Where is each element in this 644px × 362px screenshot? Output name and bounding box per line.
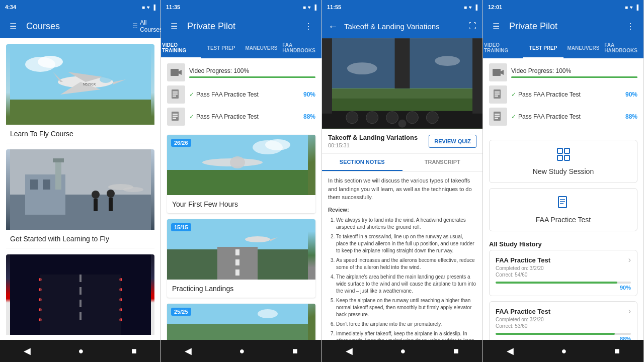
lesson-title-2: Practicing Landings <box>167 280 315 298</box>
lesson-card-3[interactable]: 25/25 <box>167 304 315 340</box>
tab-test-prep-4[interactable]: TEST PREP <box>523 38 564 58</box>
back-nav-4[interactable]: ◀ <box>503 341 518 360</box>
history-header-2: FAA Practice Test › <box>496 307 631 316</box>
review-item-5: Keep the airplane on the runway until re… <box>336 297 476 318</box>
app-bar-1: ☰ Courses ☴ All Courses <box>0 14 160 38</box>
grid-icon <box>556 147 571 164</box>
tab-maneuvers-2[interactable]: MANEUVERS <box>242 38 282 58</box>
progress-faa1-info: ✓Pass FAA Practice Test 90% <box>189 91 315 98</box>
video-icon <box>170 67 182 77</box>
square-nav-2[interactable]: ■ <box>288 342 302 360</box>
faa-practice-label: FAA Practice Test <box>536 216 591 224</box>
status-bar-3: 11:55 ■ ♥ ▐ <box>322 0 482 14</box>
bottom-nav-4: ◀ ● ■ <box>483 340 643 362</box>
history-fill-1 <box>496 282 617 284</box>
lesson-card-2[interactable]: 15/15 Practicing Landings <box>167 219 315 298</box>
signal-icon-3: ♥ <box>469 5 472 10</box>
plane-svg: N5290X <box>10 44 151 125</box>
square-nav-4[interactable]: ■ <box>610 342 624 360</box>
home-nav-4[interactable]: ● <box>557 342 571 360</box>
faa1-label: Pass FAA Practice Test <box>196 91 259 98</box>
menu-icon[interactable]: ☰ <box>6 19 20 33</box>
video-thumb <box>167 63 185 81</box>
history-pct-2: 88% <box>496 336 631 340</box>
tab-maneuvers-4[interactable]: MANEUVERS <box>564 38 604 58</box>
battery-icon-2: ▐ <box>313 5 316 10</box>
svg-rect-93 <box>557 148 562 153</box>
time-2: 11:35 <box>166 4 180 10</box>
svg-point-76 <box>426 112 438 124</box>
more-icon-2[interactable]: ⋮ <box>301 19 315 33</box>
tab-faa-handbooks-2[interactable]: FAA HANDBOOKS <box>281 38 321 58</box>
tab-video-training-4[interactable]: VIDEO TRAINING <box>483 38 523 58</box>
svg-point-82 <box>435 56 460 66</box>
svg-rect-17 <box>53 158 64 162</box>
square-nav-1[interactable]: ■ <box>127 342 141 360</box>
battery-icon-3: ▐ <box>474 5 477 10</box>
menu-icon-2[interactable]: ☰ <box>167 19 181 33</box>
lesson-img-3: 25/25 <box>167 304 315 340</box>
back-btn-3[interactable]: ← <box>328 21 338 32</box>
video-icon-4 <box>492 67 504 77</box>
tab-transcript[interactable]: TRANSCRIPT <box>403 154 483 171</box>
video-area <box>322 38 482 129</box>
grid-svg <box>556 147 571 161</box>
svg-text:N5290X: N5290X <box>83 82 96 86</box>
progress-fill-4 <box>511 76 637 78</box>
test-prep-content: Video Progress: 100% <box>483 58 643 340</box>
tab-section-notes[interactable]: SECTION NOTES <box>322 154 403 171</box>
fullscreen-icon[interactable]: ⛶ <box>468 22 476 31</box>
time-3: 11:55 <box>327 4 341 10</box>
history-item-1[interactable]: FAA Practice Test › Completed on: 3/2/20… <box>489 250 637 296</box>
history-meta2-2: Correct: 53/60 <box>496 323 631 329</box>
svg-rect-44 <box>173 94 178 95</box>
review-item-1: We always try to land into the wind. A h… <box>336 217 476 231</box>
progress-faa2-4: ✓Pass FAA Practice Test 88% <box>489 108 637 126</box>
tab-faa-handbooks-4[interactable]: FAA HANDBOOKS <box>603 38 643 58</box>
status-bar-2: 11:35 ■ ♥ ▐ <box>161 0 321 14</box>
home-nav-3[interactable]: ● <box>396 342 410 360</box>
lesson-card-1[interactable]: 26/26 Your First Few Hours <box>167 135 315 213</box>
back-nav-2[interactable]: ◀ <box>181 341 196 360</box>
review-label: Review: <box>328 206 476 214</box>
history-meta1-2: Completed on: 3/2/20 <box>496 317 631 322</box>
svg-rect-47 <box>173 114 178 115</box>
badge-1: 26/26 <box>171 139 191 147</box>
square-nav-3[interactable]: ■ <box>449 342 463 360</box>
new-study-session-card[interactable]: New Study Session <box>489 140 637 183</box>
review-item-4: The airplane's area behind the main land… <box>336 274 476 295</box>
course-card-3[interactable] <box>6 254 154 335</box>
doc-icon-2 <box>170 111 182 123</box>
home-nav-1[interactable]: ● <box>74 342 88 360</box>
faa-practice-test-card[interactable]: FAA Practice Test <box>489 188 637 231</box>
back-nav-3[interactable]: ◀ <box>342 341 357 360</box>
screen-courses: 4:34 ■ ♥ ▐ ☰ Courses ☴ All Courses <box>0 0 161 362</box>
course-card-1[interactable]: N5290X Learn To Fly Course <box>6 44 154 143</box>
svg-rect-95 <box>557 155 562 160</box>
bottom-nav-1: ◀ ● ■ <box>0 340 160 362</box>
video-info-left: Takeoff & Landing Variations 00:15:31 <box>328 134 418 148</box>
tab-test-prep-2[interactable]: TEST PREP <box>201 38 242 58</box>
progress-item-faa1: ✓Pass FAA Practice Test 90% <box>167 85 315 104</box>
more-icon-4[interactable]: ⋮ <box>623 19 637 33</box>
filter-icon[interactable]: ☴ All Courses <box>140 19 154 33</box>
history-item-2[interactable]: FAA Practice Test › Completed on: 3/2/20… <box>489 301 637 340</box>
svg-rect-86 <box>495 92 500 93</box>
progress-video-bar <box>189 76 315 78</box>
svg-rect-59 <box>235 249 239 255</box>
menu-icon-4[interactable]: ☰ <box>489 19 503 33</box>
svg-rect-49 <box>173 118 176 119</box>
chevron-icon-2: › <box>628 307 631 316</box>
tab-video-training-2[interactable]: VIDEO TRAINING <box>161 38 201 58</box>
section-intro: In this section we will discuss the vari… <box>328 176 476 202</box>
course-card-2[interactable]: Get Started with Learning to Fly <box>6 149 154 248</box>
review-item-2: To takeoff in a crosswind, line up on th… <box>336 233 476 254</box>
check-icon-2: ✓ <box>189 113 194 120</box>
faa-thumb-1 <box>167 85 185 104</box>
review-quiz-btn[interactable]: REVIEW QUIZ <box>429 135 476 148</box>
svg-rect-87 <box>495 94 500 95</box>
svg-rect-43 <box>173 92 178 93</box>
back-nav-1[interactable]: ◀ <box>20 341 35 360</box>
svg-point-18 <box>92 191 100 199</box>
home-nav-2[interactable]: ● <box>235 342 249 360</box>
